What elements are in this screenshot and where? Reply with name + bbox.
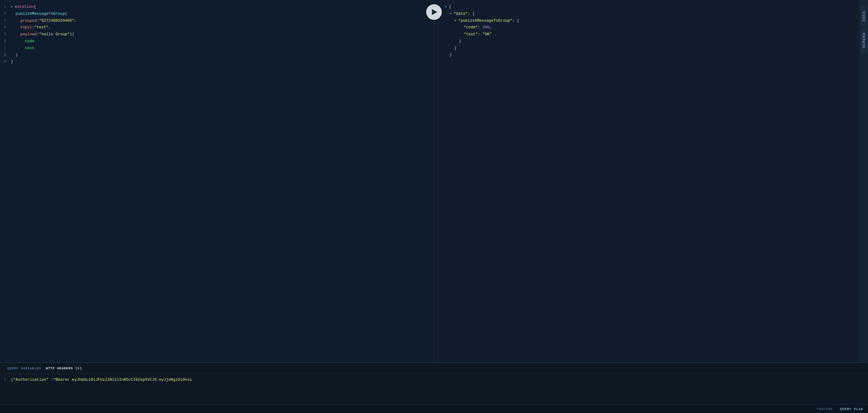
- line-number-5: 5: [0, 32, 11, 37]
- line-number-1: 1: [0, 4, 11, 10]
- query-editor[interactable]: 1 ▼ mutation{ 2 publishMessageToGroup( 3…: [0, 0, 434, 362]
- line-number-3: 3: [0, 18, 11, 24]
- line-number-6: 6: [0, 38, 11, 44]
- code-line-6: 6 code: [0, 38, 434, 45]
- line-content-1: ▼ mutation{: [11, 4, 434, 10]
- line-number-7: 7: [0, 46, 11, 51]
- line-content-9: }: [11, 59, 434, 65]
- line-number-4: 4: [0, 25, 11, 30]
- query-panel: 1 ▼ mutation{ 2 publishMessageToGroup( 3…: [0, 0, 434, 362]
- http-headers-tab[interactable]: HTTP HEADERS (1): [43, 365, 84, 372]
- run-button[interactable]: [426, 4, 442, 20]
- code-line-1: 1 ▼ mutation{: [0, 4, 434, 10]
- resp-content-6: }: [445, 38, 868, 45]
- code-line-9: 9 }: [0, 58, 434, 65]
- code-line-7: 7 text: [0, 45, 434, 52]
- line-content-8: }: [11, 52, 434, 58]
- docs-tab[interactable]: DOCS: [861, 6, 867, 26]
- headers-editor[interactable]: 1 {"Authorization" :"Bearer eyJhbGciOiJF…: [0, 374, 868, 405]
- resp-content-2: ▼ "data": {: [445, 11, 868, 17]
- code-line-3: 3 groupid:"G272489159405",: [0, 18, 434, 24]
- response-line-7: }: [434, 45, 868, 52]
- bottom-tabs-bar: QUERY VARIABLES HTTP HEADERS (1): [0, 363, 868, 374]
- response-line-5: "text": "OK": [434, 31, 868, 38]
- line-content-7: text: [11, 45, 434, 52]
- line-content-2: publishMessageToGroup(: [11, 11, 434, 17]
- response-line-1: ▼ {: [434, 4, 868, 10]
- response-line-6: }: [434, 38, 868, 45]
- response-line-8: }: [434, 52, 868, 59]
- resp-content-1: ▼ {: [445, 4, 868, 10]
- resp-content-3: ▼ "publishMessageToGroup": {: [445, 18, 868, 24]
- resp-content-5: "text": "OK": [445, 31, 868, 38]
- tracing-footer-item[interactable]: TRACING: [816, 407, 833, 411]
- response-line-4: "code": 200,: [434, 24, 868, 31]
- line-content-6: code: [11, 38, 434, 45]
- code-line-8: 8 }: [0, 52, 434, 59]
- code-line-2: 2 publishMessageToGroup(: [0, 10, 434, 18]
- schema-tab[interactable]: SCHEMA: [861, 27, 867, 53]
- header-line-number-1: 1: [0, 377, 11, 383]
- response-line-3: ▼ "publishMessageToGroup": {: [434, 18, 868, 24]
- line-content-5: payload:"hello Group"){: [11, 31, 434, 38]
- query-variables-tab[interactable]: QUERY VARIABLES: [5, 365, 43, 372]
- response-panel: ▼ { ▼ "data": { ▼ "publishMessageToGroup…: [434, 0, 868, 362]
- header-line-1: 1 {"Authorization" :"Bearer eyJhbGciOiJF…: [0, 377, 868, 383]
- bottom-section: QUERY VARIABLES HTTP HEADERS (1) 1 {"Aut…: [0, 362, 868, 405]
- line-number-8: 8: [0, 53, 11, 58]
- side-tabs: DOCS SCHEMA: [860, 0, 868, 362]
- resp-content-7: }: [445, 45, 868, 52]
- line-content-3: groupid:"G272489159405",: [11, 18, 434, 24]
- resp-content-8: }: [445, 52, 868, 58]
- query-plan-footer-item[interactable]: QUERY PLAN: [840, 407, 863, 411]
- main-container: 1 ▼ mutation{ 2 publishMessageToGroup( 3…: [0, 0, 868, 362]
- footer-bar: TRACING QUERY PLAN: [0, 405, 868, 413]
- code-line-4: 4 topic:"test",: [0, 24, 434, 31]
- resp-content-4: "code": 200,: [445, 24, 868, 31]
- code-line-5: 5 payload:"hello Group"){: [0, 31, 434, 38]
- line-number-2: 2: [0, 11, 11, 17]
- line-content-4: topic:"test",: [11, 24, 434, 31]
- response-line-2: ▼ "data": {: [434, 10, 868, 18]
- response-area: ▼ { ▼ "data": { ▼ "publishMessageToGroup…: [434, 0, 868, 362]
- header-content-1: {"Authorization" :"Bearer eyJhbGciOiJFUz…: [11, 377, 868, 383]
- line-number-9: 9: [0, 59, 11, 65]
